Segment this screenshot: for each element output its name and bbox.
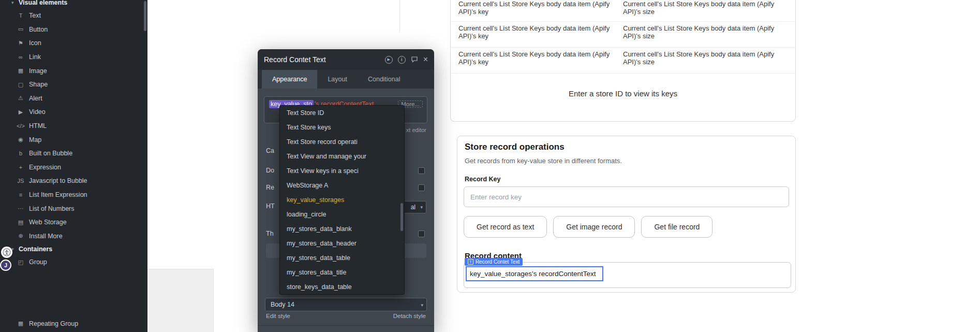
record-action-button[interactable]: Get record as text bbox=[464, 216, 547, 238]
dropdown-item[interactable]: Text Store record operati bbox=[280, 135, 404, 149]
sidebar-item[interactable]: ▭ Button bbox=[0, 23, 147, 37]
dropdown-item[interactable]: my_stores_data_blank bbox=[280, 222, 404, 236]
list-expr-icon: ≡ bbox=[17, 192, 25, 198]
checkbox-th[interactable] bbox=[418, 230, 425, 237]
key-cell: Current cell's List Store Keys body data… bbox=[458, 1, 623, 21]
accessibility-person-icon bbox=[3, 248, 11, 256]
checkbox-re[interactable] bbox=[418, 184, 425, 191]
dropdown-item[interactable]: loading_circle bbox=[280, 207, 404, 222]
field-label-ht: HT bbox=[266, 203, 275, 210]
shape-icon: ▢ bbox=[17, 81, 25, 88]
record-action-button[interactable]: Get file record bbox=[641, 216, 712, 238]
sidebar-item[interactable]: ◉ Map bbox=[0, 133, 147, 147]
property-editor-tab[interactable]: Appearance bbox=[262, 70, 317, 89]
user-avatar[interactable]: J bbox=[0, 259, 11, 271]
dropdown-item[interactable]: key_value_storages bbox=[280, 193, 404, 207]
record-action-button[interactable]: Get image record bbox=[553, 216, 635, 238]
field-label-th: Th bbox=[266, 230, 274, 237]
html-icon: </> bbox=[17, 123, 25, 129]
sidebar-item[interactable]: ▤ Web Storage bbox=[0, 215, 147, 229]
edit-style-link[interactable]: Edit style bbox=[266, 313, 290, 319]
element-edge-line bbox=[399, 0, 400, 32]
expression-icon: + bbox=[17, 164, 25, 170]
list-num-icon: ⋯ bbox=[17, 205, 25, 212]
map-icon: ◉ bbox=[17, 136, 25, 143]
property-editor-tab[interactable]: Layout bbox=[317, 70, 358, 89]
sidebar-item[interactable]: + Expression bbox=[0, 161, 147, 175]
dropdown-item[interactable]: store_keys_data_table bbox=[280, 280, 404, 294]
selected-element-badge-label: Record Contet Text bbox=[476, 259, 519, 265]
sidebar-item[interactable]: </> HTML bbox=[0, 119, 147, 133]
sidebar-scrollbar[interactable] bbox=[144, 1, 146, 31]
element-picker-dropdown: Text Store ID Text Store keys Text Store… bbox=[279, 105, 405, 295]
keys-rows: Current cell's List Store Keys body data… bbox=[451, 1, 795, 74]
ht-select-value: al bbox=[411, 204, 415, 211]
alert-icon: ⚠ bbox=[17, 95, 25, 102]
sidebar-item[interactable]: ▶ Video bbox=[0, 105, 147, 119]
info-icon[interactable]: i bbox=[398, 56, 406, 64]
preview-play-icon[interactable]: ▶ bbox=[385, 56, 393, 64]
store-record-card[interactable]: Store record operations Get records from… bbox=[457, 136, 796, 293]
sidebar-item[interactable]: ▦ Repeating Group bbox=[0, 317, 147, 331]
keys-row[interactable]: Current cell's List Store Keys body data… bbox=[451, 22, 795, 48]
outside-page-area bbox=[147, 269, 214, 332]
close-icon[interactable]: × bbox=[423, 55, 428, 64]
visual-elements-list: T Text ▭ Button ⚑ Icon ∞ Link bbox=[0, 9, 147, 243]
dropdown-item[interactable]: my_stores_data_table bbox=[280, 251, 404, 265]
sidebar-item[interactable]: T Text bbox=[0, 9, 147, 23]
property-editor-tabs: Appearance Layout Conditional bbox=[258, 70, 434, 89]
detach-style-link[interactable]: Detach style bbox=[393, 313, 426, 319]
text-icon: T bbox=[17, 12, 25, 19]
sidebar-item[interactable]: ∞ Link bbox=[0, 50, 147, 64]
sidebar-item[interactable]: ⚑ Icon bbox=[0, 36, 147, 50]
bubble-icon: b bbox=[17, 150, 25, 156]
field-label-ca: Ca bbox=[266, 147, 274, 154]
keys-row[interactable]: Current cell's List Store Keys body data… bbox=[451, 48, 795, 74]
dropdown-item[interactable]: Text View keys in a speci bbox=[280, 164, 404, 178]
record-buttons: Get record as text Get image record Get … bbox=[464, 216, 712, 238]
sidebar-item[interactable]: ⚠ Alert bbox=[0, 92, 147, 106]
sidebar-item[interactable]: ≡ List Item Expression bbox=[0, 188, 147, 202]
dropdown-item[interactable]: Text Store keys bbox=[280, 120, 404, 135]
sidebar-item[interactable]: JS Javascript to Bubble bbox=[0, 174, 147, 188]
property-editor-title: Record Contet Text bbox=[264, 55, 326, 64]
sidebar-section-containers[interactable]: Containers bbox=[0, 243, 147, 255]
sidebar-section-visual-elements[interactable]: Visual elements bbox=[0, 0, 147, 9]
comment-icon[interactable] bbox=[411, 56, 418, 63]
property-editor-tab[interactable]: Conditional bbox=[358, 70, 411, 89]
image-icon: ▦ bbox=[17, 67, 25, 74]
install-icon: ⊕ bbox=[17, 233, 25, 239]
button-icon: ▭ bbox=[17, 26, 25, 33]
sidebar-item[interactable]: b Built on Bubble bbox=[0, 147, 147, 161]
property-editor-titlebar[interactable]: Record Contet Text ▶ i × bbox=[258, 49, 434, 70]
style-select[interactable]: Body 14 ▾ bbox=[265, 298, 427, 311]
sidebar-item[interactable]: ▦ Image bbox=[0, 64, 147, 78]
dropdown-item[interactable]: Text View and manage your bbox=[280, 149, 404, 164]
size-cell: Current cell's List Store Keys body data… bbox=[623, 1, 788, 21]
dropdown-item[interactable]: WebStorage A bbox=[280, 178, 404, 193]
checkbox-do[interactable] bbox=[418, 167, 425, 174]
storage-icon: ▤ bbox=[17, 219, 25, 226]
sidebar-item[interactable]: ⋯ List of Numbers bbox=[0, 201, 147, 215]
chevron-down-icon bbox=[11, 247, 19, 252]
selected-text-element[interactable]: key_value_storages's recordContentText bbox=[466, 266, 603, 281]
dropdown-item[interactable]: my_stores_data_header bbox=[280, 236, 404, 251]
accessibility-button[interactable] bbox=[1, 247, 12, 258]
dropdown-scrollbar[interactable] bbox=[400, 203, 403, 231]
rich-text-editor-link[interactable]: xt editor bbox=[406, 127, 426, 133]
sidebar-item[interactable]: ◰ Group bbox=[0, 255, 147, 269]
selected-element-badge: T Record Contet Text bbox=[465, 258, 523, 266]
dropdown-items: Text Store ID Text Store keys Text Store… bbox=[280, 106, 404, 294]
elements-sidebar: Visual elements T Text ▭ Button ⚑ Icon bbox=[0, 0, 147, 332]
appearance-settings-header[interactable]: Appearance Settings bbox=[258, 325, 434, 332]
key-cell: Current cell's List Store Keys body data… bbox=[458, 25, 623, 47]
dropdown-item[interactable]: my_stores_data_title bbox=[280, 265, 404, 280]
dropdown-item[interactable]: Text Store ID bbox=[280, 106, 404, 120]
section-label: Visual elements bbox=[19, 0, 67, 6]
sidebar-item[interactable]: ▢ Shape bbox=[0, 78, 147, 92]
size-cell: Current cell's List Store Keys body data… bbox=[623, 51, 788, 73]
sidebar-item[interactable]: ⊕ Install More bbox=[0, 229, 147, 243]
keys-row[interactable]: Current cell's List Store Keys body data… bbox=[451, 1, 795, 22]
keys-list-card[interactable]: Current cell's List Store Keys body data… bbox=[450, 0, 796, 122]
record-key-input[interactable] bbox=[464, 186, 789, 207]
